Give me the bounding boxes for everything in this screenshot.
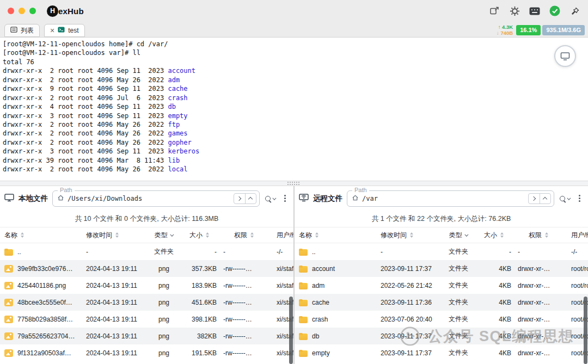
file-name: 39e9fb33c0e976… bbox=[17, 265, 72, 273]
column-header[interactable]: 大小 bbox=[474, 227, 513, 243]
file-row[interactable]: empty 2023-09-11 17:37 文件夹 4KB drwxr-xr-… bbox=[295, 344, 588, 361]
path-field-label: Path bbox=[58, 187, 75, 193]
tab-session-test[interactable]: × test bbox=[44, 24, 85, 37]
close-tab-icon[interactable]: × bbox=[50, 27, 54, 34]
column-header[interactable]: 类型 bbox=[148, 227, 180, 243]
file-mtime: - bbox=[82, 248, 148, 256]
toggle-file-panel-button[interactable] bbox=[554, 45, 576, 67]
terminal-directory-name: empty bbox=[168, 112, 187, 120]
column-header-label: 修改时间 bbox=[86, 231, 112, 240]
path-go-button[interactable] bbox=[234, 194, 245, 203]
file-name: cache bbox=[312, 299, 329, 306]
column-header[interactable]: 大小 bbox=[180, 227, 219, 243]
file-row[interactable]: account 2023-09-11 17:37 文件夹 4KB drwxr-x… bbox=[295, 260, 588, 277]
terminal-line: drwxr-xr-x 4 root root 4096 Sep 11 2023 … bbox=[3, 103, 588, 112]
terminal-session-icon bbox=[58, 26, 65, 35]
local-search-button[interactable] bbox=[264, 194, 277, 203]
file-row[interactable]: crash 2023-07-06 20:40 文件夹 4KB drwxr-xr-… bbox=[295, 311, 588, 328]
minimize-window-button[interactable] bbox=[19, 8, 25, 14]
terminal-directory-name: gopher bbox=[168, 139, 191, 146]
memory-usage-badge: 935.1M/3.6G bbox=[542, 25, 585, 35]
local-path-input[interactable]: Path /Users/xi/Downloads bbox=[52, 190, 260, 207]
remote-panel-header: 远程文件 Path /var bbox=[295, 186, 588, 211]
column-header-label: 大小 bbox=[484, 231, 497, 240]
file-size: 4KB bbox=[474, 332, 513, 340]
settings-gear-icon[interactable] bbox=[509, 5, 520, 16]
column-header[interactable]: 权限 bbox=[513, 227, 564, 243]
column-header[interactable]: 权限 bbox=[219, 227, 269, 243]
remote-file-count-summary: 共 1 个文件 和 22 个文件夹, 大小总计: 76.2KB bbox=[295, 211, 588, 227]
file-permissions: drwxr-xr-… bbox=[513, 265, 564, 273]
maximize-window-button[interactable] bbox=[29, 8, 36, 14]
file-name: 7758b029a3858f… bbox=[17, 316, 73, 323]
terminal-line: drwxr-xr-x 2 root root 4096 May 26 2022 … bbox=[3, 121, 588, 129]
keyboard-icon[interactable] bbox=[529, 5, 540, 16]
file-row[interactable]: 39e9fb33c0e976… 2024-04-13 19:11 png 357… bbox=[0, 260, 293, 277]
file-permissions: -rw------… bbox=[219, 265, 269, 273]
file-name: 48bcee3c555e0f… bbox=[17, 299, 72, 306]
terminal-text: drwxr-xr-x 2 root root 4096 Sep 11 2023 bbox=[3, 67, 168, 75]
column-header[interactable]: 用户/组 bbox=[564, 227, 588, 243]
filter-chevron-icon bbox=[465, 233, 468, 236]
file-type-icon bbox=[4, 249, 13, 256]
file-permissions: -rw------… bbox=[219, 332, 269, 340]
file-row[interactable]: adm 2022-05-26 21:42 文件夹 4KB drwxr-xr-… … bbox=[295, 277, 588, 294]
list-icon bbox=[10, 26, 17, 35]
window-controls bbox=[8, 8, 36, 14]
file-permissions: drwxr-xr-… bbox=[513, 282, 564, 289]
file-row[interactable]: db 2023-09-11 17:37 文件夹 4KB drwxr-xr-… r… bbox=[295, 328, 588, 344]
file-row[interactable]: 4254401186.png 2024-04-13 19:11 png 183.… bbox=[0, 277, 293, 294]
file-size: 4KB bbox=[474, 349, 513, 357]
connection-status-icon[interactable] bbox=[549, 5, 560, 16]
tab-session-label: test bbox=[68, 27, 78, 34]
file-row[interactable]: 79a55265623704… 2024-04-13 19:11 png 382… bbox=[0, 328, 293, 344]
file-name: account bbox=[312, 265, 335, 273]
file-type: 文件夹 bbox=[443, 281, 474, 290]
terminal-text: drwxr-xr-x 2 root root 4096 Jul 6 2023 bbox=[3, 94, 168, 102]
local-column-headers: 名称 修改时间 类型 bbox=[0, 227, 293, 243]
terminal-text: total 76 bbox=[3, 58, 34, 66]
pin-icon[interactable] bbox=[569, 5, 580, 16]
column-header[interactable]: 类型 bbox=[443, 227, 474, 243]
file-row[interactable]: .. - 文件夹 - - -/- bbox=[295, 243, 588, 260]
file-transfer-panels: 本地文件 Path /Users/xi/Downloads bbox=[0, 186, 588, 364]
file-permissions: -rw------… bbox=[219, 282, 269, 289]
column-header[interactable]: 名称 bbox=[0, 227, 82, 243]
open-new-window-icon[interactable] bbox=[489, 5, 500, 16]
remote-vertical-scrollbar[interactable] bbox=[584, 297, 587, 364]
remote-path-input[interactable]: Path /var bbox=[347, 190, 554, 207]
local-more-menu-button[interactable] bbox=[281, 195, 289, 202]
file-row[interactable]: 9f1312a90503af… 2024-04-13 19:11 png 191… bbox=[0, 344, 293, 361]
path-go-button[interactable] bbox=[529, 194, 540, 203]
file-row[interactable]: cache 2023-09-11 17:36 文件夹 4KB drwxr-xr-… bbox=[295, 294, 588, 311]
remote-more-menu-button[interactable] bbox=[575, 195, 584, 202]
terminal-text: drwxr-xr-x 2 root root 4096 May 26 2022 bbox=[3, 76, 168, 84]
file-type-icon bbox=[299, 266, 308, 273]
kebab-icon bbox=[284, 195, 286, 196]
file-size: 357.3KB bbox=[180, 265, 219, 273]
file-row[interactable]: 48bcee3c555e0f… 2024-04-13 19:11 png 451… bbox=[0, 294, 293, 311]
file-mtime: 2024-04-13 19:11 bbox=[82, 349, 148, 357]
local-vertical-scrollbar[interactable] bbox=[289, 297, 293, 364]
remote-column-headers: 名称 修改时间 类型 bbox=[295, 227, 588, 243]
cpu-usage-badge: 16.1% bbox=[516, 25, 541, 35]
column-header[interactable]: 修改时间 bbox=[82, 227, 148, 243]
sort-arrows-icon bbox=[250, 232, 254, 238]
file-row[interactable]: .. - 文件夹 - - -/- bbox=[0, 243, 293, 260]
file-row[interactable]: 7758b029a3858f… 2024-04-13 19:11 png 398… bbox=[0, 311, 293, 328]
panel-splitter[interactable] bbox=[0, 181, 588, 186]
remote-search-button[interactable] bbox=[559, 194, 572, 203]
file-name: 9f1312a90503af… bbox=[17, 349, 71, 357]
file-type-icon bbox=[299, 249, 308, 256]
path-up-button[interactable] bbox=[540, 194, 550, 203]
close-window-button[interactable] bbox=[8, 8, 14, 14]
local-file-panel: 本地文件 Path /Users/xi/Downloads bbox=[0, 186, 293, 364]
column-header-label: 名称 bbox=[299, 231, 312, 240]
terminal-output-area[interactable]: [root@VM-12-11-opencloudos home]# cd /va… bbox=[0, 38, 588, 181]
column-header[interactable]: 名称 bbox=[295, 227, 376, 243]
column-header[interactable]: 用户/组 bbox=[269, 227, 293, 243]
column-header[interactable]: 修改时间 bbox=[376, 227, 443, 243]
file-type: 文件夹 bbox=[443, 331, 474, 341]
path-up-button[interactable] bbox=[245, 194, 256, 203]
tab-list[interactable]: 列表 bbox=[4, 24, 40, 37]
